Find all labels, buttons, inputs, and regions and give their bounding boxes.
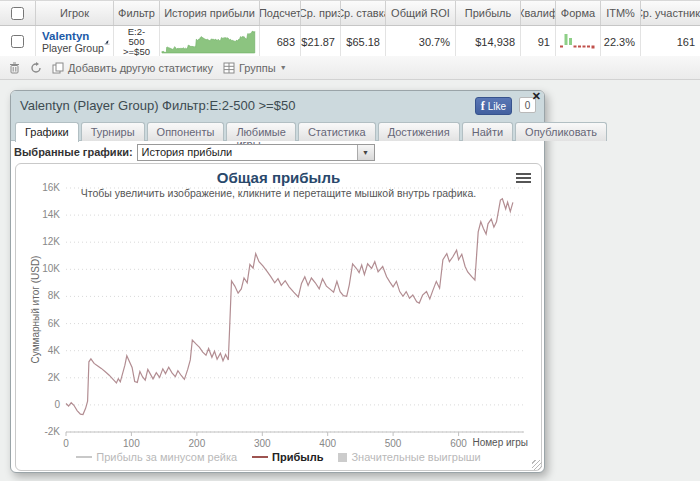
avg-entrants-cell: 161	[641, 26, 700, 57]
svg-text:500: 500	[385, 438, 402, 449]
tab-charts[interactable]: Графики	[15, 122, 79, 142]
table-header-row: Игрок Фильтр История прибыли Подсчет Ср.…	[0, 1, 700, 26]
profit-history-sparkline[interactable]	[161, 28, 258, 55]
qualify-cell: 91	[521, 26, 556, 57]
column-header-itm: ITM%	[601, 1, 641, 25]
svg-text:6K: 6K	[48, 318, 61, 329]
tab-publish[interactable]: Опубликовать	[515, 122, 607, 141]
grid-icon	[223, 62, 235, 74]
column-header-avg-prize: Ср. приз	[301, 1, 341, 25]
chart-legend: Прибыль за минусом рейкаПрибыльЗначитель…	[16, 451, 541, 463]
refresh-button[interactable]	[30, 62, 42, 74]
row-checkbox[interactable]	[11, 35, 24, 48]
column-header-player: Игрок	[36, 1, 114, 25]
header-select-cell	[0, 1, 36, 25]
selected-charts-label: Выбранные графики:	[14, 146, 133, 158]
column-header-history: История прибыли	[160, 1, 260, 25]
tab-achievements[interactable]: Достижения	[378, 122, 460, 141]
column-header-profit: Прибыль	[456, 1, 521, 25]
popup-title: Valentyn (Player Group) Фильтр:E:2-500 >…	[20, 98, 295, 113]
trash-icon	[9, 62, 20, 74]
svg-text:0: 0	[54, 399, 60, 410]
column-header-filter: Фильтр	[114, 1, 160, 25]
column-header-form: Форма	[556, 1, 601, 25]
groups-label: Группы	[239, 62, 276, 74]
delete-button[interactable]	[9, 62, 20, 74]
form-cell	[556, 26, 601, 57]
facebook-like-button[interactable]: f Like	[475, 97, 512, 115]
legend-label: Прибыль за минусом рейка	[96, 451, 237, 463]
square-swatch-icon	[338, 453, 347, 462]
select-dropdown-button[interactable]: ▼	[357, 145, 374, 160]
player-name-link[interactable]: Valentyn	[42, 30, 104, 42]
svg-text:300: 300	[254, 438, 271, 449]
svg-text:12K: 12K	[42, 236, 60, 247]
groups-button[interactable]: Группы ▼	[223, 62, 287, 74]
profit-line-chart[interactable]: 16K14K12K10K8K6K4K2K0-2K0100200300400500…	[16, 164, 541, 470]
copy-icon	[52, 62, 64, 74]
svg-text:600: 600	[450, 438, 467, 449]
facebook-icon: f	[481, 101, 485, 111]
x-axis-title: Номер игры	[472, 437, 528, 448]
app-screen: Игрок Фильтр История прибыли Подсчет Ср.…	[0, 0, 700, 481]
svg-text:100: 100	[123, 438, 140, 449]
column-header-avg-entrants: Ср. участники	[641, 1, 700, 25]
itm-cell: 22.3%	[601, 26, 641, 57]
legend-item[interactable]: Прибыль	[252, 451, 323, 463]
svg-text:14K: 14K	[42, 209, 60, 220]
chart-select-row: Выбранные графики: История прибыли ▼	[11, 141, 544, 163]
popup-tabs: Графики Турниры Оппоненты Любимые игры С…	[11, 119, 544, 141]
shark-fin-icon	[104, 35, 110, 49]
history-sparkline-cell	[160, 26, 260, 57]
count-cell: 683	[260, 26, 301, 57]
row-select-cell	[0, 26, 36, 57]
player-cell: Valentyn Player Group	[36, 26, 114, 57]
svg-text:0: 0	[63, 438, 69, 449]
svg-text:10K: 10K	[42, 263, 60, 274]
player-stats-table: Игрок Фильтр История прибыли Подсчет Ср.…	[0, 0, 700, 58]
chart-select[interactable]: История прибыли ▼	[137, 144, 375, 161]
legend-label: Значительные выигрыши	[351, 451, 480, 463]
svg-text:8K: 8K	[48, 290, 61, 301]
svg-text:16K: 16K	[42, 182, 60, 193]
svg-text:200: 200	[189, 438, 206, 449]
legend-item[interactable]: Значительные выигрыши	[338, 451, 480, 463]
form-mini-chart	[558, 32, 598, 52]
column-header-roi: Общий ROI	[386, 1, 456, 25]
table-row: Valentyn Player Group E:2- 500 >=$50 683…	[0, 26, 700, 58]
svg-text:2K: 2K	[48, 372, 61, 383]
legend-label: Прибыль	[272, 451, 323, 463]
column-header-qualify: Квалиф	[521, 1, 556, 25]
profit-cell: $14,938	[456, 26, 521, 57]
tab-opponents[interactable]: Оппоненты	[147, 122, 225, 141]
avg-prize-cell: $21.87	[301, 26, 341, 57]
tab-statistics[interactable]: Статистика	[298, 122, 376, 141]
player-group-label: Player Group	[42, 42, 104, 54]
popup-titlebar[interactable]: Valentyn (Player Group) Фильтр:E:2-500 >…	[11, 91, 544, 119]
column-header-avg-stake: Ср. ставка	[341, 1, 386, 25]
tab-find[interactable]: Найти	[462, 122, 513, 141]
select-all-checkbox[interactable]	[11, 7, 24, 20]
add-statistic-label: Добавить другую статистику	[68, 62, 213, 74]
player-detail-popup: Valentyn (Player Group) Фильтр:E:2-500 >…	[10, 90, 545, 473]
table-toolbar: Добавить другую статистику Группы ▼	[0, 56, 700, 80]
tab-favorite-games[interactable]: Любимые игры	[226, 122, 296, 141]
chart-select-value: История прибыли	[142, 146, 233, 158]
roi-cell: 30.7%	[386, 26, 456, 57]
facebook-like-label: Like	[488, 101, 506, 112]
refresh-icon	[30, 62, 42, 74]
svg-text:4K: 4K	[48, 345, 61, 356]
line-swatch-icon	[252, 456, 268, 458]
column-header-count: Подсчет	[260, 1, 301, 25]
add-statistic-button[interactable]: Добавить другую статистику	[52, 62, 213, 74]
chevron-down-icon: ▼	[280, 64, 287, 71]
svg-text:400: 400	[319, 438, 336, 449]
tab-tournaments[interactable]: Турниры	[81, 122, 145, 141]
resize-handle[interactable]	[532, 460, 542, 470]
filter-cell: E:2- 500 >=$50	[114, 26, 160, 57]
avg-stake-cell: $65.18	[341, 26, 386, 57]
svg-text:-2K: -2K	[44, 426, 60, 437]
legend-item[interactable]: Прибыль за минусом рейка	[76, 451, 237, 463]
line-swatch-icon	[76, 456, 92, 458]
close-icon[interactable]: ✕	[532, 91, 541, 102]
